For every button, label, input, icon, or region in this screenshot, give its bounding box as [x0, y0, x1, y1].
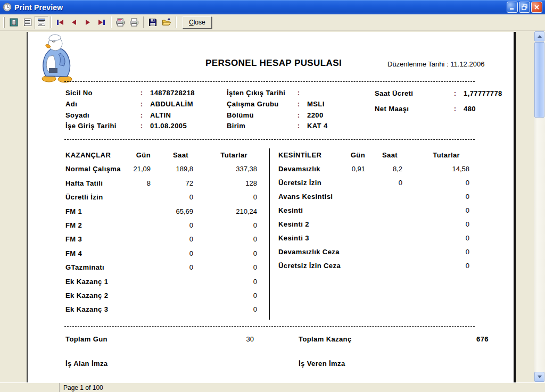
info-label: Adı	[65, 100, 138, 108]
duck-mascot-logo	[33, 34, 81, 83]
deductions-table: KESİNTİLER Gün Saat Tutarlar Devamsızlık…	[278, 151, 497, 276]
table-divider-line	[269, 148, 270, 320]
tutar-value: 0	[402, 193, 469, 201]
print-setup-icon	[115, 18, 125, 27]
table-row: FM 1 65,69 210,24	[65, 207, 257, 221]
save-floppy-icon	[148, 18, 157, 27]
next-page-icon	[86, 20, 90, 25]
info-value: 1,77777778	[464, 89, 502, 97]
print-button[interactable]	[127, 16, 141, 29]
saat-value: 65,69	[151, 207, 193, 215]
table-row: Ücretli İzin 0 0	[65, 193, 257, 207]
column-header: Gün	[127, 151, 151, 159]
open-folder-icon	[162, 18, 171, 27]
first-page-button[interactable]	[53, 16, 67, 29]
tutar-value: 0	[402, 234, 469, 242]
saat-value: 0	[151, 221, 193, 229]
row-label: FM 4	[65, 249, 127, 257]
row-label: Kesinti 2	[278, 220, 341, 228]
vertical-scrollbar[interactable]	[534, 31, 545, 382]
info-value: 2200	[307, 111, 324, 119]
table-row: FM 3 0 0	[65, 235, 257, 249]
colon-separator: :	[138, 100, 145, 108]
restore-button[interactable]	[519, 2, 530, 13]
saat-value: 0	[151, 249, 193, 257]
save-report-button[interactable]	[146, 16, 160, 29]
zoom-whole-page-button[interactable]	[7, 16, 21, 29]
row-label: FM 1	[65, 207, 127, 215]
tutar-value: 0	[193, 263, 257, 271]
info-label: Bölümü	[227, 111, 295, 119]
tutar-value: 0	[193, 278, 257, 286]
dashed-divider	[64, 81, 475, 82]
column-header: KAZANÇLAR	[65, 151, 127, 159]
info-label: Sicil No	[65, 89, 138, 97]
info-label: Soyadı	[65, 111, 138, 119]
column-header: Saat	[365, 151, 402, 159]
previous-page-button[interactable]	[67, 16, 81, 29]
document-date: Düzenlenme Tarihi : 11.12.2006	[387, 60, 484, 68]
earnings-rows: Normal Çalışma 21,09 189,8 337,38 Hafta …	[65, 165, 257, 319]
zoom-100-percent-button[interactable]	[35, 16, 48, 29]
restore-icon	[522, 4, 527, 10]
column-header: Tutarlar	[402, 151, 469, 159]
toolbar-separator	[111, 16, 111, 28]
scroll-down-button[interactable]	[534, 372, 544, 382]
row-label: Hafta Tatili	[65, 179, 127, 187]
total-days-label: Toplam Gun	[65, 335, 108, 343]
close-button[interactable]	[531, 2, 542, 13]
table-row: Ek Kazanç 3 0	[65, 305, 257, 319]
colon-separator: :	[295, 122, 302, 130]
saat-value: 189,8	[151, 165, 193, 173]
info-row: Bölümü : 2200	[227, 111, 328, 122]
total-earnings-value: 676	[432, 335, 489, 343]
table-row: Ek Kazanç 1 0	[65, 278, 257, 291]
info-row: Saat Ücreti : 1,77777778	[375, 89, 502, 105]
date-value: 11.12.2006	[450, 60, 484, 68]
document-page: PERSONEL HESAP PUSULASI Düzenlenme Tarih…	[27, 32, 516, 382]
toolbar-gripper[interactable]	[3, 17, 5, 28]
status-panel-empty	[0, 383, 60, 392]
colon-separator: :	[295, 111, 302, 119]
info-value: 480	[464, 105, 476, 113]
row-label: GTazminatı	[65, 263, 127, 271]
tutar-value: 210,24	[193, 207, 257, 215]
print-setup-button[interactable]	[113, 16, 127, 29]
row-label: Ücretsiz İzin	[278, 179, 341, 187]
load-report-button[interactable]	[160, 16, 174, 29]
table-row: GTazminatı 0 0	[65, 263, 257, 277]
close-preview-button[interactable]: Close	[183, 16, 212, 29]
printer-icon	[129, 18, 139, 27]
page-width-icon	[23, 18, 32, 27]
table-row: Kesinti 0	[278, 206, 497, 220]
saat-value: 0	[151, 263, 193, 271]
info-value: ALTIN	[150, 111, 171, 119]
info-value: 01.08.2005	[150, 122, 187, 130]
scroll-up-button[interactable]	[534, 31, 544, 41]
gun-value: 8	[127, 179, 151, 187]
colon-separator: :	[138, 89, 145, 97]
window-title: Print Preview	[14, 3, 63, 12]
status-bar: Page 1 of 100	[0, 382, 545, 392]
zoom-page-width-button[interactable]	[21, 16, 35, 29]
employer-signature-label: İş Veren İmza	[299, 360, 345, 368]
scrollbar-thumb[interactable]	[534, 42, 544, 118]
minimize-button[interactable]	[507, 2, 518, 13]
previous-page-icon	[72, 20, 76, 25]
info-label: Çalışma Grubu	[227, 100, 295, 108]
row-label: Kesinti	[278, 206, 341, 214]
last-page-icon	[98, 20, 105, 25]
tutar-value: 0	[193, 291, 257, 299]
tutar-value: 0	[402, 220, 469, 228]
dashed-divider	[64, 139, 475, 140]
row-label: Avans Kesintisi	[278, 193, 341, 201]
first-page-icon	[57, 20, 63, 25]
toolbar-separator	[176, 16, 176, 28]
table-row: Kesinti 2 0	[278, 220, 497, 234]
row-label: FM 3	[65, 235, 127, 243]
earnings-table: KAZANÇLAR Gün Saat Tutarlar Normal Çalış…	[65, 151, 257, 320]
last-page-button[interactable]	[95, 16, 109, 29]
table-row: Ücretsiz İzin 0 0	[278, 179, 497, 193]
row-label: Devamsızlık	[278, 165, 341, 173]
next-page-button[interactable]	[81, 16, 95, 29]
